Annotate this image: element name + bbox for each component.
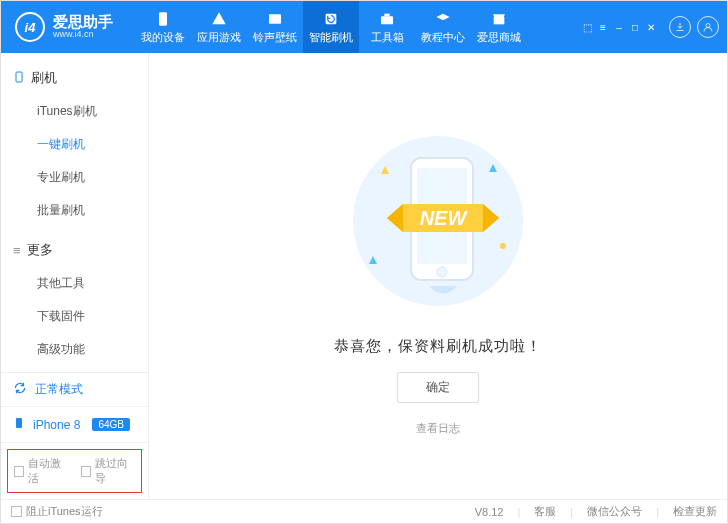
device-phone-icon bbox=[13, 415, 25, 434]
checkbox-label: 跳过向导 bbox=[95, 456, 135, 486]
nav-label: 教程中心 bbox=[421, 30, 465, 45]
status-link-support[interactable]: 客服 bbox=[534, 504, 556, 519]
device-name: iPhone 8 bbox=[33, 418, 80, 432]
device-row[interactable]: iPhone 8 64GB bbox=[1, 407, 148, 443]
graduation-icon bbox=[434, 10, 452, 28]
svg-rect-3 bbox=[381, 16, 393, 24]
window-controls: ⬚ ≡ – □ ✕ bbox=[581, 21, 657, 33]
status-link-update[interactable]: 检查更新 bbox=[673, 504, 717, 519]
flash-options-highlight: 自动激活 跳过向导 bbox=[7, 449, 142, 493]
nav-tutorials[interactable]: 教程中心 bbox=[415, 1, 471, 53]
apps-icon bbox=[210, 10, 228, 28]
device-mode-label: 正常模式 bbox=[35, 381, 83, 398]
nav-apps[interactable]: 应用游戏 bbox=[191, 1, 247, 53]
main-content: NEW 恭喜您，保资料刷机成功啦！ 确定 查看日志 bbox=[149, 53, 727, 499]
checkbox-label: 阻止iTunes运行 bbox=[26, 504, 103, 519]
close-icon[interactable]: ✕ bbox=[645, 21, 657, 33]
sidebar-section-more[interactable]: ≡ 更多 bbox=[1, 235, 148, 265]
sidebar-item-download-firmware[interactable]: 下载固件 bbox=[1, 300, 148, 333]
sidebar-item-batch-flash[interactable]: 批量刷机 bbox=[1, 194, 148, 227]
toolbox-icon bbox=[378, 10, 396, 28]
ok-button[interactable]: 确定 bbox=[397, 372, 479, 403]
download-button[interactable] bbox=[669, 16, 691, 38]
svg-point-6 bbox=[706, 24, 710, 28]
success-illustration: NEW bbox=[333, 126, 543, 319]
sidebar-item-advanced[interactable]: 高级功能 bbox=[1, 333, 148, 366]
refresh-icon bbox=[322, 10, 340, 28]
nav-label: 铃声壁纸 bbox=[253, 30, 297, 45]
sidebar-section-title: 更多 bbox=[27, 241, 53, 259]
status-link-wechat[interactable]: 微信公众号 bbox=[587, 504, 642, 519]
checkbox-skip-wizard[interactable]: 跳过向导 bbox=[81, 456, 136, 486]
checkbox-block-itunes[interactable]: 阻止iTunes运行 bbox=[11, 504, 103, 519]
brand-name: 爱思助手 bbox=[53, 14, 113, 31]
nav-flash[interactable]: 智能刷机 bbox=[303, 1, 359, 53]
nav-label: 我的设备 bbox=[141, 30, 185, 45]
nav-my-device[interactable]: 我的设备 bbox=[135, 1, 191, 53]
banner-text: NEW bbox=[420, 207, 469, 229]
svg-point-13 bbox=[500, 243, 506, 249]
minimize-icon[interactable]: – bbox=[613, 21, 625, 33]
checkbox-auto-activate[interactable]: 自动激活 bbox=[14, 456, 69, 486]
skin-icon[interactable]: ⬚ bbox=[581, 21, 593, 33]
brand-logo: i4 爱思助手 www.i4.cn bbox=[1, 12, 127, 42]
svg-rect-4 bbox=[384, 13, 389, 16]
brand-url: www.i4.cn bbox=[53, 30, 113, 40]
sync-icon bbox=[13, 381, 27, 398]
svg-rect-7 bbox=[16, 72, 22, 82]
device-mode[interactable]: 正常模式 bbox=[1, 373, 148, 407]
list-icon: ≡ bbox=[13, 243, 21, 258]
svg-point-16 bbox=[437, 267, 447, 277]
app-header: i4 爱思助手 www.i4.cn 我的设备 应用游戏 铃声壁纸 智能刷机 bbox=[1, 1, 727, 53]
sidebar-item-itunes-flash[interactable]: iTunes刷机 bbox=[1, 95, 148, 128]
sidebar-section-title: 刷机 bbox=[31, 69, 57, 87]
phone-outline-icon bbox=[13, 70, 25, 87]
svg-rect-0 bbox=[159, 12, 167, 25]
menu-icon[interactable]: ≡ bbox=[597, 21, 609, 33]
nav-store[interactable]: 爱思商城 bbox=[471, 1, 527, 53]
status-bar: 阻止iTunes运行 V8.12 | 客服 | 微信公众号 | 检查更新 bbox=[1, 499, 727, 523]
nav-label: 爱思商城 bbox=[477, 30, 521, 45]
store-icon bbox=[490, 10, 508, 28]
version-label: V8.12 bbox=[475, 506, 504, 518]
image-icon bbox=[266, 10, 284, 28]
nav-label: 智能刷机 bbox=[309, 30, 353, 45]
phone-icon bbox=[154, 10, 172, 28]
maximize-icon[interactable]: □ bbox=[629, 21, 641, 33]
svg-rect-5 bbox=[494, 17, 505, 24]
svg-rect-8 bbox=[16, 418, 22, 428]
nav-toolbox[interactable]: 工具箱 bbox=[359, 1, 415, 53]
checkbox-label: 自动激活 bbox=[28, 456, 68, 486]
svg-rect-1 bbox=[269, 14, 281, 23]
sidebar-item-pro-flash[interactable]: 专业刷机 bbox=[1, 161, 148, 194]
sidebar: 刷机 iTunes刷机 一键刷机 专业刷机 批量刷机 ≡ 更多 其他工具 下载固… bbox=[1, 53, 149, 499]
sidebar-item-other-tools[interactable]: 其他工具 bbox=[1, 267, 148, 300]
nav-label: 工具箱 bbox=[371, 30, 404, 45]
sidebar-item-oneclick-flash[interactable]: 一键刷机 bbox=[1, 128, 148, 161]
device-storage-badge: 64GB bbox=[92, 418, 130, 431]
nav-label: 应用游戏 bbox=[197, 30, 241, 45]
success-message: 恭喜您，保资料刷机成功啦！ bbox=[334, 337, 542, 356]
view-log-link[interactable]: 查看日志 bbox=[416, 421, 460, 436]
sidebar-section-flash[interactable]: 刷机 bbox=[1, 63, 148, 93]
brand-badge: i4 bbox=[15, 12, 45, 42]
user-button[interactable] bbox=[697, 16, 719, 38]
top-nav: 我的设备 应用游戏 铃声壁纸 智能刷机 工具箱 教程中心 bbox=[135, 1, 527, 53]
nav-ringtones[interactable]: 铃声壁纸 bbox=[247, 1, 303, 53]
